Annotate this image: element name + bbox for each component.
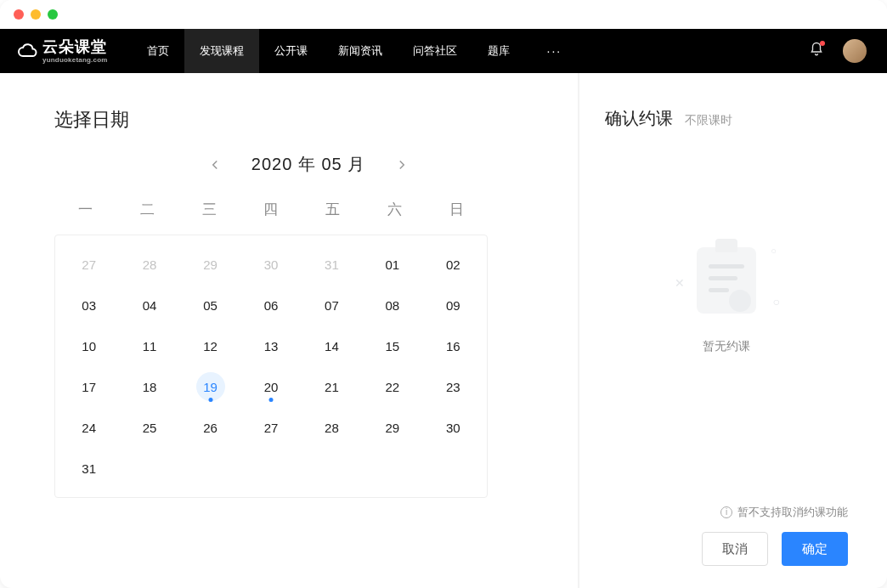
- window-minimize-button[interactable]: [31, 9, 41, 20]
- calendar-month-label: 2020 年 05 月: [251, 153, 365, 176]
- calendar-day[interactable]: 17: [59, 366, 119, 407]
- nav-item-1[interactable]: 发现课程: [184, 29, 259, 73]
- window-titlebar: [0, 0, 887, 29]
- notifications-unread-dot: [820, 41, 825, 46]
- calendar-weekday: 三: [178, 200, 240, 219]
- cloud-icon: [17, 41, 37, 61]
- confirm-button[interactable]: 确定: [782, 532, 848, 566]
- calendar-day[interactable]: 29: [180, 244, 240, 285]
- nav-more[interactable]: ···: [532, 44, 578, 58]
- notifications-button[interactable]: [809, 42, 824, 60]
- calendar-day[interactable]: 06: [240, 285, 301, 325]
- calendar-day[interactable]: 31: [302, 244, 362, 285]
- cancel-button[interactable]: 取消: [702, 532, 768, 566]
- calendar-month-nav: 2020 年 05 月: [54, 153, 562, 176]
- window-maximize-button[interactable]: [48, 9, 58, 20]
- nav-item-0[interactable]: 首页: [132, 29, 184, 73]
- calendar-day[interactable]: 31: [59, 448, 119, 489]
- calendar-day[interactable]: 20: [240, 366, 301, 407]
- nav-item-5[interactable]: 题库: [472, 29, 525, 73]
- calendar-day[interactable]: 21: [302, 366, 362, 407]
- calendar-day[interactable]: 02: [423, 244, 483, 285]
- nav-items: 首页发现课程公开课新闻资讯问答社区题库: [132, 29, 525, 73]
- calendar-day[interactable]: 14: [302, 325, 362, 366]
- calendar-day[interactable]: 27: [240, 407, 301, 448]
- calendar-day[interactable]: 11: [119, 325, 179, 366]
- booking-notice: i 暂不支持取消约课功能: [720, 505, 848, 520]
- date-picker-panel: 选择日期 2020 年 05 月 一二三四五六日 272829303101020…: [0, 73, 578, 588]
- calendar-day[interactable]: 30: [240, 244, 301, 285]
- nav-item-4[interactable]: 问答社区: [398, 29, 472, 73]
- calendar-day[interactable]: 05: [180, 285, 240, 325]
- calendar-weekday: 六: [364, 200, 426, 219]
- chevron-left-icon[interactable]: [207, 157, 223, 172]
- calendar-weekday: 五: [302, 200, 364, 219]
- calendar-weekday: 四: [240, 200, 302, 219]
- calendar-day[interactable]: 23: [423, 366, 483, 407]
- calendar-day[interactable]: 08: [362, 285, 422, 325]
- event-dot: [268, 398, 273, 402]
- date-picker-title: 选择日期: [54, 107, 562, 133]
- brand-subtext: yunduoketang.com: [42, 56, 108, 64]
- calendar-day[interactable]: 15: [362, 325, 422, 366]
- calendar: 一二三四五六日 27282930310102030405060708091011…: [54, 200, 488, 498]
- calendar-day[interactable]: 12: [180, 325, 240, 366]
- calendar-day[interactable]: 25: [119, 407, 179, 448]
- calendar-day[interactable]: 19: [180, 366, 240, 407]
- booking-empty-state: ✕○○ 暂无约课: [605, 113, 848, 488]
- calendar-weekday: 日: [426, 200, 488, 219]
- calendar-day[interactable]: 01: [362, 244, 422, 285]
- calendar-day[interactable]: 16: [423, 325, 483, 366]
- calendar-day[interactable]: 04: [119, 285, 179, 325]
- brand-name: 云朵课堂: [42, 38, 107, 55]
- chevron-right-icon[interactable]: [394, 157, 410, 172]
- calendar-day[interactable]: 10: [59, 325, 119, 366]
- calendar-day[interactable]: 26: [180, 407, 240, 448]
- top-nav: 云朵课堂 yunduoketang.com 首页发现课程公开课新闻资讯问答社区题…: [0, 29, 887, 73]
- user-avatar[interactable]: [843, 39, 867, 63]
- calendar-day[interactable]: 30: [423, 407, 483, 448]
- calendar-day[interactable]: 29: [362, 407, 422, 448]
- calendar-day[interactable]: 07: [302, 285, 362, 325]
- calendar-grid: 2728293031010203040506070809101112131415…: [54, 235, 488, 498]
- booking-panel: 确认约课 不限课时 ✕○○ 暂无约课 i 暂不支持取消约课功能: [578, 73, 887, 588]
- brand-logo[interactable]: 云朵课堂 yunduoketang.com: [17, 38, 108, 64]
- calendar-day[interactable]: 22: [362, 366, 422, 407]
- window-close-button[interactable]: [14, 9, 24, 20]
- info-icon: i: [720, 506, 732, 518]
- nav-item-3[interactable]: 新闻资讯: [323, 29, 398, 73]
- calendar-weekday: 一: [54, 200, 116, 219]
- calendar-day[interactable]: 09: [423, 285, 483, 325]
- calendar-day[interactable]: 24: [59, 407, 119, 448]
- event-dot: [208, 398, 212, 402]
- booking-notice-text: 暂不支持取消约课功能: [737, 505, 848, 520]
- calendar-weekday: 二: [116, 200, 178, 219]
- app-window: 云朵课堂 yunduoketang.com 首页发现课程公开课新闻资讯问答社区题…: [0, 0, 887, 588]
- calendar-weekday-header: 一二三四五六日: [54, 200, 488, 219]
- calendar-day[interactable]: 03: [59, 285, 119, 325]
- booking-empty-text: 暂无约课: [703, 339, 750, 354]
- calendar-day[interactable]: 28: [302, 407, 362, 448]
- nav-item-2[interactable]: 公开课: [259, 29, 323, 73]
- calendar-day[interactable]: 18: [119, 366, 179, 407]
- calendar-day[interactable]: 27: [59, 244, 119, 285]
- calendar-day[interactable]: 28: [119, 244, 179, 285]
- calendar-day[interactable]: 13: [240, 325, 301, 366]
- clipboard-icon: ✕○○: [680, 247, 773, 324]
